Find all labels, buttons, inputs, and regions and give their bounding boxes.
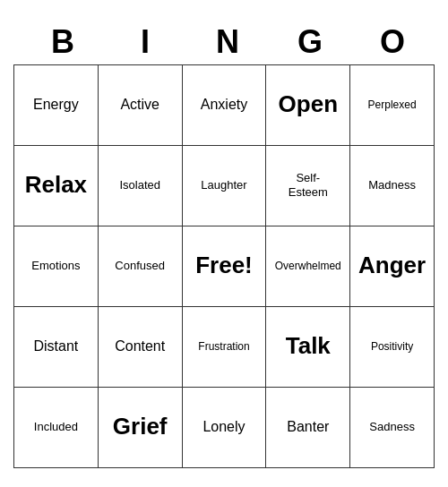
cell-4-1: Grief (99, 388, 183, 468)
cell-label: Content (115, 337, 165, 355)
header-letter: B (22, 20, 105, 64)
header-letter: N (187, 20, 270, 64)
cell-0-3: Open (266, 65, 350, 146)
cell-label: Free! (195, 252, 253, 279)
cell-label: Madness (368, 178, 416, 192)
cell-label: Lonely (202, 418, 245, 435)
cell-label: Isolated (119, 178, 160, 192)
cell-label: Frustration (198, 340, 249, 353)
cell-0-2: Anxiety (183, 65, 267, 146)
cell-4-2: Lonely (183, 388, 267, 468)
cell-1-0: Relax (14, 146, 99, 226)
cell-label: Open (279, 90, 338, 118)
cell-label: Positivity (371, 340, 413, 353)
cell-label: Perplexed (368, 98, 417, 111)
cell-2-1: Confused (99, 226, 183, 307)
cell-3-4: Positivity (350, 307, 435, 388)
cell-3-2: Frustration (183, 307, 267, 388)
cell-3-0: Distant (14, 307, 99, 388)
bingo-grid: EnergyActiveAnxietyOpenPerplexedRelaxIso… (13, 64, 435, 468)
cell-0-4: Perplexed (350, 65, 435, 146)
cell-label: Sadness (369, 420, 415, 434)
cell-label: Self-Esteem (289, 171, 328, 199)
cell-1-3: Self-Esteem (266, 146, 350, 226)
bingo-header: BINGO (13, 20, 435, 64)
cell-2-0: Emotions (14, 226, 99, 307)
cell-label: Energy (33, 96, 79, 113)
cell-label: Anger (358, 252, 426, 279)
cell-label: Relax (25, 171, 87, 199)
header-letter: I (105, 20, 187, 64)
cell-0-0: Energy (14, 65, 99, 146)
cell-label: Included (34, 420, 78, 434)
cell-label: Banter (287, 418, 329, 435)
cell-label: Active (120, 96, 159, 113)
cell-1-2: Laughter (183, 146, 267, 226)
cell-0-1: Active (99, 65, 183, 146)
cell-4-0: Included (14, 388, 99, 468)
cell-label: Anxiety (201, 96, 247, 113)
cell-4-4: Sadness (350, 388, 435, 468)
cell-2-2: Free! (183, 226, 267, 307)
cell-1-1: Isolated (99, 146, 183, 226)
header-letter: O (352, 20, 435, 64)
cell-4-3: Banter (266, 388, 350, 468)
cell-label: Distant (34, 337, 79, 355)
cell-3-3: Talk (266, 307, 350, 388)
cell-label: Grief (113, 413, 168, 440)
cell-3-1: Content (99, 307, 183, 388)
cell-2-3: Overwhelmed (266, 226, 350, 307)
cell-2-4: Anger (350, 226, 435, 307)
cell-label: Overwhelmed (275, 260, 341, 272)
cell-label: Emotions (31, 259, 80, 273)
header-letter: G (270, 20, 352, 64)
cell-1-4: Madness (350, 146, 435, 226)
cell-label: Laughter (201, 178, 246, 192)
cell-label: Confused (115, 259, 165, 273)
bingo-card: BINGO EnergyActiveAnxietyOpenPerplexedRe… (13, 20, 435, 468)
cell-label: Talk (286, 332, 331, 360)
